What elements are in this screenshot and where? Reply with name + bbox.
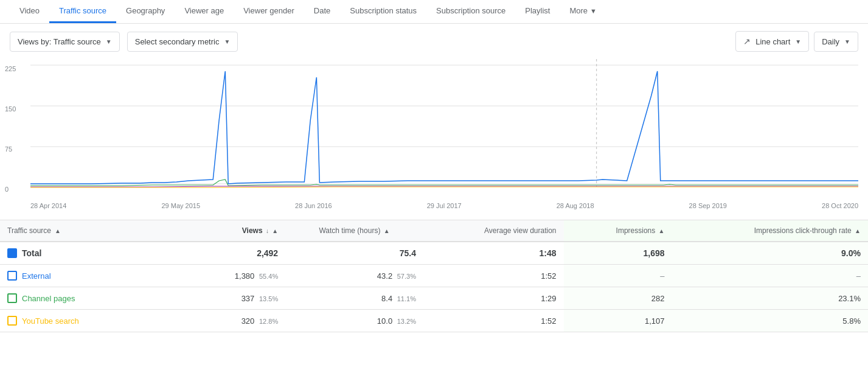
y-label-225: 225 <box>5 65 16 72</box>
channel-pages-avg-duration: 1:29 <box>423 287 564 310</box>
views-sort-up-icon: ▲ <box>272 228 278 234</box>
primary-metric-arrow-icon: ▼ <box>106 38 112 45</box>
col-header-impressions[interactable]: Impressions ▲ <box>564 220 672 242</box>
x-label-3: 29 Jul 2017 <box>427 202 462 209</box>
channel-pages-views-pct: 13.5% <box>259 295 278 302</box>
data-table: Traffic source ▲ Views ↓ ▲ Watch time (h… <box>0 220 868 332</box>
youtube-search-views: 320 12.8% <box>177 310 285 332</box>
channel-pages-views: 337 13.5% <box>177 287 285 310</box>
x-label-1: 29 May 2015 <box>161 202 200 209</box>
tab-viewer-gender[interactable]: Viewer gender <box>234 0 304 23</box>
col-header-traffic-source[interactable]: Traffic source ▲ <box>0 220 177 242</box>
youtube-search-views-pct: 12.8% <box>259 318 278 325</box>
tab-more[interactable]: More ▼ <box>560 0 606 23</box>
total-checkbox[interactable] <box>7 248 17 258</box>
watch-time-sort-icon: ▲ <box>384 228 390 234</box>
views-sort-down-icon: ↓ <box>266 228 269 234</box>
more-label: More <box>569 6 588 15</box>
table-row-external: External 1,380 55.4% 43.2 57.3% 1:52 – – <box>0 265 868 287</box>
secondary-metric-dropdown[interactable]: Select secondary metric ▼ <box>127 32 238 52</box>
col-header-ctr[interactable]: Impressions click-through rate ▲ <box>672 220 869 242</box>
tab-playlist[interactable]: Playlist <box>515 0 560 23</box>
primary-metric-label: Views by: Traffic source <box>18 37 101 46</box>
tab-date[interactable]: Date <box>304 0 340 23</box>
total-label: Total <box>22 248 41 258</box>
tab-geography[interactable]: Geography <box>116 0 175 23</box>
x-label-0: 28 Apr 2014 <box>30 202 66 209</box>
channel-pages-watch-time: 8.4 11.1% <box>285 287 423 310</box>
tab-subscription-source[interactable]: Subscription source <box>426 0 515 23</box>
total-impressions: 1,698 <box>564 242 672 265</box>
views-col-label: Views <box>242 226 263 235</box>
channel-pages-ctr: 23.1% <box>672 287 869 310</box>
channel-pages-label-cell: Channel pages <box>0 287 177 310</box>
tab-viewer-age[interactable]: Viewer age <box>175 0 234 23</box>
chart-y-axis: 225 150 75 0 <box>5 65 16 205</box>
toolbar-right: ↗ Line chart ▼ Daily ▼ <box>735 31 858 52</box>
period-label: Daily <box>822 37 839 46</box>
channel-pages-link[interactable]: Channel pages <box>22 294 75 303</box>
external-views-pct: 55.4% <box>259 273 278 280</box>
total-ctr: 9.0% <box>672 242 869 265</box>
total-views: 2,492 <box>177 242 285 265</box>
youtube-search-wt-pct: 13.2% <box>397 318 416 325</box>
total-avg-duration: 1:48 <box>423 242 564 265</box>
ctr-sort-icon: ▲ <box>855 228 861 234</box>
impressions-sort-icon: ▲ <box>659 228 665 234</box>
youtube-search-watch-time: 10.0 13.2% <box>285 310 423 332</box>
table-row-youtube-search: YouTube search 320 12.8% 10.0 13.2% 1:52… <box>0 310 868 332</box>
line-chart-icon: ↗ <box>743 37 751 46</box>
period-dropdown[interactable]: Daily ▼ <box>814 32 858 52</box>
watch-time-col-label: Watch time (hours) <box>319 226 380 235</box>
chart-container: 225 150 75 0 28 Apr 2014 29 May 2015 28 … <box>0 59 868 220</box>
external-watch-time: 43.2 57.3% <box>285 265 423 287</box>
tab-traffic-source[interactable]: Traffic source <box>49 0 116 23</box>
secondary-metric-arrow-icon: ▼ <box>224 38 230 45</box>
youtube-search-label-cell: YouTube search <box>0 310 177 332</box>
chart-x-axis: 28 Apr 2014 29 May 2015 28 Jun 2016 29 J… <box>30 202 858 209</box>
external-views: 1,380 55.4% <box>177 265 285 287</box>
traffic-source-col-label: Traffic source <box>7 226 51 235</box>
table-header-row: Traffic source ▲ Views ↓ ▲ Watch time (h… <box>0 220 868 242</box>
x-label-4: 28 Aug 2018 <box>557 202 594 209</box>
y-label-150: 150 <box>5 105 16 113</box>
avg-duration-col-label: Average view duration <box>484 226 557 235</box>
tab-video[interactable]: Video <box>10 0 49 23</box>
total-label-cell: Total <box>0 242 177 265</box>
external-impressions: – <box>564 265 672 287</box>
toolbar: Views by: Traffic source ▼ Select second… <box>0 24 868 59</box>
chart-type-arrow-icon: ▼ <box>795 38 801 45</box>
period-arrow-icon: ▼ <box>844 38 850 45</box>
chevron-down-icon: ▼ <box>590 7 597 15</box>
external-wt-pct: 57.3% <box>397 273 416 280</box>
chart-type-dropdown[interactable]: ↗ Line chart ▼ <box>735 31 809 52</box>
x-label-5: 28 Sep 2019 <box>689 202 727 209</box>
ctr-col-label: Impressions click-through rate <box>754 226 852 235</box>
y-label-75: 75 <box>5 145 16 153</box>
tab-subscription-status[interactable]: Subscription status <box>340 0 426 23</box>
external-ctr: – <box>672 265 869 287</box>
nav-tabs: Video Traffic source Geography Viewer ag… <box>0 0 868 24</box>
col-header-watch-time[interactable]: Watch time (hours) ▲ <box>285 220 423 242</box>
secondary-metric-label: Select secondary metric <box>135 37 220 46</box>
youtube-search-checkbox[interactable] <box>7 316 17 326</box>
external-avg-duration: 1:52 <box>423 265 564 287</box>
primary-metric-dropdown[interactable]: Views by: Traffic source ▼ <box>10 32 120 52</box>
youtube-search-avg-duration: 1:52 <box>423 310 564 332</box>
col-header-views[interactable]: Views ↓ ▲ <box>177 220 285 242</box>
x-label-2: 28 Jun 2016 <box>295 202 332 209</box>
external-label-cell: External <box>0 265 177 287</box>
channel-pages-impressions: 282 <box>564 287 672 310</box>
external-checkbox[interactable] <box>7 271 17 281</box>
col-header-avg-duration[interactable]: Average view duration <box>423 220 564 242</box>
youtube-search-link[interactable]: YouTube search <box>22 316 79 326</box>
traffic-sort-icon: ▲ <box>55 228 61 234</box>
y-label-0: 0 <box>5 186 16 193</box>
x-label-6: 28 Oct 2020 <box>822 202 858 209</box>
channel-pages-wt-pct: 11.1% <box>397 295 416 302</box>
youtube-search-impressions: 1,107 <box>564 310 672 332</box>
impressions-col-label: Impressions <box>616 226 656 235</box>
external-link[interactable]: External <box>22 271 51 281</box>
line-chart-svg <box>30 59 858 202</box>
channel-pages-checkbox[interactable] <box>7 293 17 303</box>
